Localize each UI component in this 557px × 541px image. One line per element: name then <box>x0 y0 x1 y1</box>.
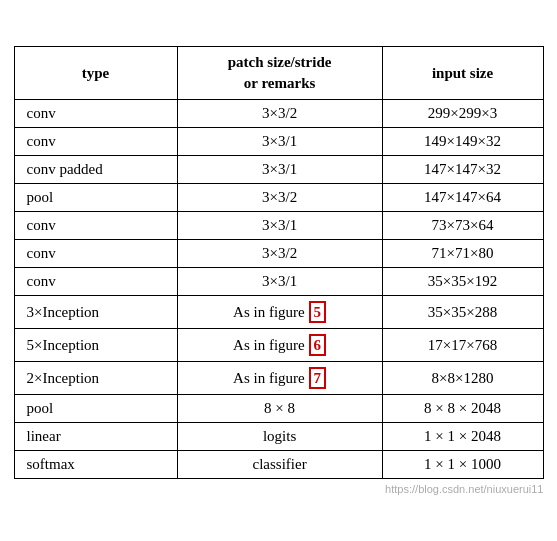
cell-input: 73×73×64 <box>382 212 543 240</box>
cell-patch: logits <box>177 423 382 451</box>
figure-number-highlight: 5 <box>309 301 327 323</box>
cell-patch: As in figure 7 <box>177 362 382 395</box>
cell-input: 71×71×80 <box>382 240 543 268</box>
table-row: pool3×3/2147×147×64 <box>14 184 543 212</box>
cell-input: 147×147×64 <box>382 184 543 212</box>
cell-type: conv <box>14 240 177 268</box>
cell-type: pool <box>14 395 177 423</box>
cell-type: 5×Inception <box>14 329 177 362</box>
cell-input: 299×299×3 <box>382 100 543 128</box>
table-row: conv3×3/271×71×80 <box>14 240 543 268</box>
cell-type: linear <box>14 423 177 451</box>
table-row: conv3×3/2299×299×3 <box>14 100 543 128</box>
table-row: conv3×3/1149×149×32 <box>14 128 543 156</box>
table-row: conv3×3/173×73×64 <box>14 212 543 240</box>
figure-number-highlight: 7 <box>309 367 327 389</box>
header-row: type patch size/stride or remarks input … <box>14 47 543 100</box>
table-row: 3×InceptionAs in figure 535×35×288 <box>14 296 543 329</box>
cell-input: 35×35×192 <box>382 268 543 296</box>
cell-input: 147×147×32 <box>382 156 543 184</box>
cell-input: 1 × 1 × 2048 <box>382 423 543 451</box>
table-row: softmaxclassifier1 × 1 × 1000 <box>14 451 543 479</box>
cell-patch: 3×3/1 <box>177 268 382 296</box>
table-container: type patch size/stride or remarks input … <box>14 46 544 495</box>
cell-type: conv <box>14 100 177 128</box>
cell-type: conv <box>14 128 177 156</box>
architecture-table: type patch size/stride or remarks input … <box>14 46 544 479</box>
table-row: linearlogits1 × 1 × 2048 <box>14 423 543 451</box>
cell-input: 35×35×288 <box>382 296 543 329</box>
cell-patch: 3×3/2 <box>177 184 382 212</box>
table-body: conv3×3/2299×299×3conv3×3/1149×149×32con… <box>14 100 543 479</box>
table-row: conv3×3/135×35×192 <box>14 268 543 296</box>
cell-input: 1 × 1 × 1000 <box>382 451 543 479</box>
cell-patch: 3×3/2 <box>177 100 382 128</box>
cell-type: conv padded <box>14 156 177 184</box>
table-row: conv padded3×3/1147×147×32 <box>14 156 543 184</box>
cell-patch: 3×3/1 <box>177 212 382 240</box>
cell-patch: As in figure 6 <box>177 329 382 362</box>
watermark: https://blog.csdn.net/niuxuerui11 <box>14 483 544 495</box>
cell-input: 149×149×32 <box>382 128 543 156</box>
col-header-patch: patch size/stride or remarks <box>177 47 382 100</box>
cell-type: 2×Inception <box>14 362 177 395</box>
table-row: 5×InceptionAs in figure 617×17×768 <box>14 329 543 362</box>
table-row: 2×InceptionAs in figure 78×8×1280 <box>14 362 543 395</box>
cell-input: 8×8×1280 <box>382 362 543 395</box>
cell-type: 3×Inception <box>14 296 177 329</box>
col-header-type: type <box>14 47 177 100</box>
figure-number-highlight: 6 <box>309 334 327 356</box>
table-row: pool8 × 88 × 8 × 2048 <box>14 395 543 423</box>
cell-patch: 3×3/2 <box>177 240 382 268</box>
cell-patch: 3×3/1 <box>177 128 382 156</box>
cell-input: 17×17×768 <box>382 329 543 362</box>
cell-type: softmax <box>14 451 177 479</box>
cell-patch: classifier <box>177 451 382 479</box>
cell-type: pool <box>14 184 177 212</box>
cell-type: conv <box>14 268 177 296</box>
cell-type: conv <box>14 212 177 240</box>
cell-patch: As in figure 5 <box>177 296 382 329</box>
cell-patch: 3×3/1 <box>177 156 382 184</box>
cell-input: 8 × 8 × 2048 <box>382 395 543 423</box>
col-header-input: input size <box>382 47 543 100</box>
cell-patch: 8 × 8 <box>177 395 382 423</box>
